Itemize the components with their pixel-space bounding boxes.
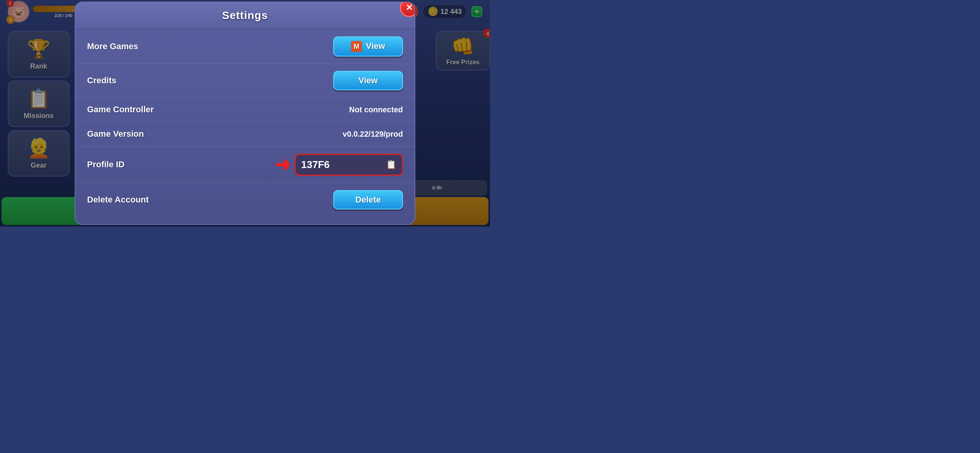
game-version-row: Game Version v0.0.22/129/prod bbox=[75, 122, 415, 146]
game-version-value: v0.0.22/129/prod bbox=[343, 130, 403, 139]
game-controller-label: Game Controller bbox=[87, 105, 154, 115]
copy-icon[interactable]: 📋 bbox=[386, 160, 396, 170]
game-version-label: Game Version bbox=[87, 129, 144, 139]
more-games-button[interactable]: M View bbox=[333, 36, 403, 57]
modal-overlay: ✕ Settings More Games M View Credits Vie… bbox=[0, 0, 490, 226]
delete-account-label: Delete Account bbox=[87, 195, 149, 205]
credits-row: Credits View bbox=[75, 64, 415, 98]
profile-id-box: 137F6 📋 bbox=[295, 154, 403, 176]
profile-id-value: 137F6 bbox=[301, 159, 382, 171]
more-games-row: More Games M View bbox=[75, 29, 415, 64]
game-controller-value: Not connected bbox=[349, 105, 403, 114]
red-arrow-icon: ➜ bbox=[274, 153, 291, 176]
delete-account-row: Delete Account Delete bbox=[75, 183, 415, 216]
profile-id-row: Profile ID ➜ 137F6 📋 bbox=[75, 146, 415, 183]
credits-button[interactable]: View bbox=[333, 71, 403, 90]
modal-title: Settings bbox=[83, 9, 407, 22]
credits-label: Credits bbox=[87, 76, 117, 86]
profile-id-label: Profile ID bbox=[87, 160, 125, 170]
game-controller-row: Game Controller Not connected bbox=[75, 98, 415, 122]
m-icon: M bbox=[351, 41, 362, 52]
modal-title-bar: Settings bbox=[75, 2, 415, 29]
delete-button[interactable]: Delete bbox=[333, 190, 403, 209]
profile-id-right: ➜ 137F6 📋 bbox=[274, 153, 403, 176]
more-games-label: More Games bbox=[87, 41, 138, 51]
settings-modal: ✕ Settings More Games M View Credits Vie… bbox=[75, 2, 415, 225]
